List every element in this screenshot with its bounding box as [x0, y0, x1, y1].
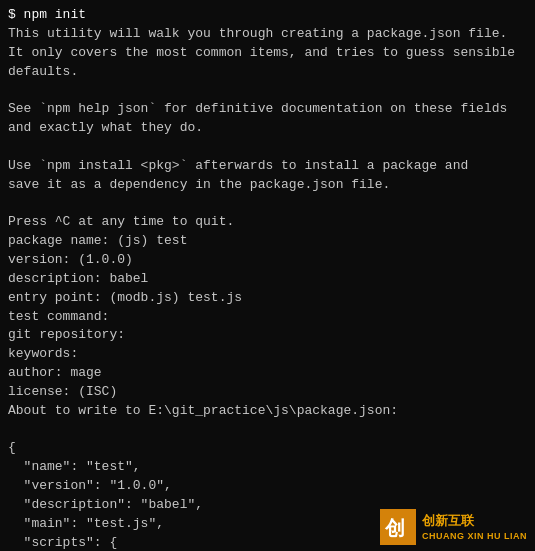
- output-line-12: version: (1.0.0): [8, 251, 527, 270]
- output-line-16: git repository:: [8, 326, 527, 345]
- json-version: "version": "1.0.0",: [8, 477, 527, 496]
- output-line-20: About to write to E:\git_practice\js\pac…: [8, 402, 527, 421]
- output-line-11: package name: (js) test: [8, 232, 527, 251]
- output-line-1: This utility will walk you through creat…: [8, 25, 527, 44]
- output-line-21: [8, 421, 527, 440]
- output-line-3: [8, 81, 527, 100]
- output-line-9: [8, 194, 527, 213]
- output-line-17: keywords:: [8, 345, 527, 364]
- json-name: "name": "test",: [8, 458, 527, 477]
- terminal-window: $ npm init This utility will walk you th…: [0, 0, 535, 551]
- watermark-text-block: 创新互联 CHUANG XIN HU LIAN: [422, 512, 527, 543]
- output-line-15: test command:: [8, 308, 527, 327]
- watermark-icon: 创: [380, 509, 416, 545]
- output-line-19: license: (ISC): [8, 383, 527, 402]
- output-line-5: and exactly what they do.: [8, 119, 527, 138]
- output-line-6: [8, 138, 527, 157]
- watermark-chinese: 创新互联: [422, 512, 527, 530]
- output-line-10: Press ^C at any time to quit.: [8, 213, 527, 232]
- watermark-container: 创 创新互联 CHUANG XIN HU LIAN: [380, 509, 527, 545]
- output-line-8: save it as a dependency in the package.j…: [8, 176, 527, 195]
- output-line-14: entry point: (modb.js) test.js: [8, 289, 527, 308]
- output-line-7: Use `npm install <pkg>` afterwards to in…: [8, 157, 527, 176]
- cmd-init-line: $ npm init: [8, 6, 527, 25]
- output-line-4: See `npm help json` for definitive docum…: [8, 100, 527, 119]
- watermark-pinyin: CHUANG XIN HU LIAN: [422, 530, 527, 543]
- watermark-logo: 创: [380, 509, 416, 545]
- output-line-13: description: babel: [8, 270, 527, 289]
- output-line-18: author: mage: [8, 364, 527, 383]
- output-line-2: It only covers the most common items, an…: [8, 44, 527, 82]
- json-open-brace: {: [8, 439, 527, 458]
- svg-text:创: 创: [384, 517, 405, 539]
